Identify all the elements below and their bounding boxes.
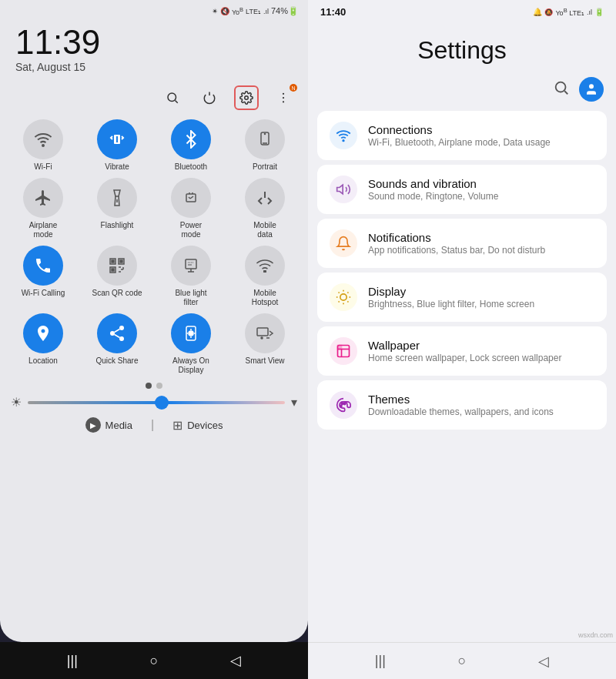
tile-bluetooth[interactable]: Bluetooth <box>157 119 225 172</box>
svg-line-59 <box>339 301 340 302</box>
mobile-data-tile-icon <box>245 178 285 218</box>
sounds-icon <box>330 176 357 203</box>
search-row <box>308 77 616 111</box>
themes-icon <box>330 391 357 419</box>
tile-always-on[interactable]: Always OnDisplay <box>157 313 225 375</box>
connections-text: Connections Wi-Fi, Bluetooth, Airplane m… <box>368 123 551 148</box>
tile-wifi-calling[interactable]: Wi-Fi Calling <box>9 246 77 307</box>
home-nav-btn-right[interactable]: ○ <box>458 653 467 669</box>
vibrate-tile-icon <box>97 119 137 159</box>
tile-power-mode[interactable]: Powermode <box>157 178 225 239</box>
tile-flashlight[interactable]: Flashlight <box>83 178 151 239</box>
tile-portrait[interactable]: Portrait <box>231 119 299 172</box>
themes-subtitle: Downloadable themes, wallpapers, and ico… <box>368 406 554 417</box>
time-section: 11:39 Sat, August 15 <box>0 19 308 82</box>
svg-point-4 <box>283 97 284 99</box>
settings-item-connections[interactable]: Connections Wi-Fi, Bluetooth, Airplane m… <box>317 111 607 160</box>
svg-rect-22 <box>120 260 122 263</box>
wifi-calling-tile-icon <box>23 246 63 286</box>
tile-quick-share[interactable]: Quick Share <box>83 313 151 375</box>
bluetooth-status-icon: ✴ <box>212 7 218 15</box>
expand-brightness-btn[interactable]: ▾ <box>291 395 297 410</box>
location-tile-icon <box>23 313 63 353</box>
notification-panel: ✴ 🔇 YoB LTE₁ .ıl 74%🔋 11:39 Sat, August … <box>0 0 308 642</box>
wifi-calling-tile-label: Wi-Fi Calling <box>22 289 65 298</box>
settings-title: Settings <box>308 21 616 77</box>
tile-scan-qr[interactable]: Scan QR code <box>83 246 151 307</box>
time-display: 11:39 <box>15 25 293 59</box>
svg-line-36 <box>115 335 120 338</box>
sounds-title: Sounds and vibration <box>368 177 498 190</box>
brightness-slider[interactable] <box>28 401 285 404</box>
svg-point-2 <box>245 96 249 100</box>
quick-actions-row: N <box>0 82 308 116</box>
mute-icon-right: 🔕 <box>544 8 553 16</box>
svg-point-49 <box>589 84 594 89</box>
power-mode-tile-label: Powermode <box>180 221 202 239</box>
always-on-tile-icon <box>171 313 211 353</box>
signal-right: YoB LTE₁ <box>555 7 584 17</box>
devices-label: Devices <box>187 420 223 431</box>
tile-airplane[interactable]: Airplanemode <box>9 178 77 239</box>
home-nav-btn[interactable]: ○ <box>150 653 159 669</box>
tile-vibrate[interactable]: Vibrate <box>83 119 151 172</box>
power-quick-btn[interactable] <box>197 85 222 110</box>
svg-point-46 <box>261 337 263 339</box>
settings-item-themes[interactable]: Themes Downloadable themes, wallpapers, … <box>317 380 607 430</box>
left-panel: ✴ 🔇 YoB LTE₁ .ıl 74%🔋 11:39 Sat, August … <box>0 0 308 679</box>
tile-hotspot[interactable]: MobileHotspot <box>231 246 299 307</box>
svg-rect-23 <box>112 269 114 271</box>
devices-button[interactable]: ⊞ Devices <box>172 418 223 433</box>
account-avatar[interactable] <box>579 77 604 102</box>
page-dots <box>0 378 308 392</box>
signal-bars: .ıl <box>263 8 269 15</box>
blue-light-tile-label: Blue lightfilter <box>175 289 206 307</box>
recents-nav-btn[interactable]: ◁ <box>230 652 241 669</box>
sounds-subtitle: Sound mode, Ringtone, Volume <box>368 191 498 202</box>
bottom-nav-left: ||| ○ ◁ <box>0 642 308 679</box>
brightness-icon: ☀ <box>11 395 22 410</box>
settings-list: Connections Wi-Fi, Bluetooth, Airplane m… <box>308 111 616 642</box>
svg-point-35 <box>119 336 124 341</box>
connections-subtitle: Wi-Fi, Bluetooth, Airplane mode, Data us… <box>368 137 551 148</box>
svg-rect-44 <box>257 328 268 336</box>
settings-item-display[interactable]: Display Brightness, Blue light filter, H… <box>317 273 607 322</box>
svg-line-55 <box>339 293 340 293</box>
settings-item-sounds[interactable]: Sounds and vibration Sound mode, Rington… <box>317 165 607 214</box>
mute-icon: 🔇 <box>220 7 229 15</box>
status-time-right: 11:40 <box>320 6 346 18</box>
svg-point-5 <box>283 101 284 102</box>
tile-mobile-data[interactable]: Mobiledata <box>231 178 299 239</box>
tile-wifi[interactable]: Wi-Fi <box>9 119 77 172</box>
back-nav-btn[interactable]: ||| <box>67 653 78 669</box>
scan-qr-tile-label: Scan QR code <box>92 289 142 298</box>
portrait-tile-icon <box>245 119 285 159</box>
svg-point-0 <box>168 93 176 102</box>
settings-quick-btn[interactable] <box>234 85 259 110</box>
right-panel: 11:40 🔔 🔕 YoB LTE₁ .ıl 🔋 Settings <box>308 0 616 679</box>
settings-item-wallpaper[interactable]: Wallpaper Home screen wallpaper, Lock sc… <box>317 326 607 376</box>
tile-blue-light[interactable]: Blue lightfilter <box>157 246 225 307</box>
svg-marker-51 <box>337 185 343 194</box>
back-nav-btn-right[interactable]: ||| <box>375 653 386 669</box>
display-icon <box>330 283 357 311</box>
svg-point-63 <box>340 405 342 407</box>
display-subtitle: Brightness, Blue light filter, Home scre… <box>368 299 534 309</box>
tile-smart-view[interactable]: Smart View <box>231 313 299 375</box>
svg-line-1 <box>175 100 177 102</box>
signal-text: YoB <box>232 6 243 16</box>
notifications-icon <box>330 229 357 257</box>
media-button[interactable]: ▶ Media <box>85 417 132 433</box>
display-text: Display Brightness, Blue light filter, H… <box>368 285 534 309</box>
settings-item-notifications[interactable]: Notifications App notifications, Status … <box>317 219 607 268</box>
search-quick-btn[interactable] <box>160 85 185 110</box>
more-quick-btn[interactable]: N <box>271 85 296 110</box>
wallpaper-subtitle: Home screen wallpaper, Lock screen wallp… <box>368 353 561 363</box>
recents-nav-btn-right[interactable]: ◁ <box>538 653 549 670</box>
watermark: wsxdn.com <box>578 631 613 639</box>
settings-search-btn[interactable] <box>553 79 570 100</box>
vibrate-tile-label: Vibrate <box>105 162 129 172</box>
tile-location[interactable]: Location <box>9 313 77 375</box>
brightness-thumb[interactable] <box>155 396 169 410</box>
lte-icon: LTE₁ <box>246 8 261 15</box>
